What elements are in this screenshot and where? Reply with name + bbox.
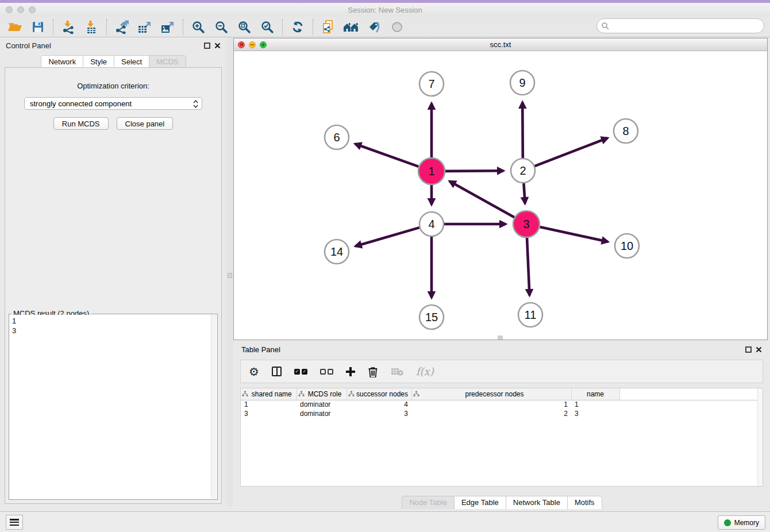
network-view-window: scc.txt 1234678910111415 <box>233 38 768 340</box>
graph-node-9[interactable]: 9 <box>510 71 534 95</box>
tab-network[interactable]: Network <box>41 55 83 68</box>
optimization-criterion-dropdown[interactable]: strongly connected component <box>24 97 202 110</box>
network-canvas[interactable]: 1234678910111415 <box>234 51 767 340</box>
graph-node-4[interactable]: 4 <box>419 212 444 236</box>
graph-edge-1-2[interactable] <box>445 171 503 171</box>
svg-text:11: 11 <box>525 309 537 321</box>
graph-edge-4-14[interactable] <box>356 228 419 246</box>
memory-button[interactable]: Memory <box>718 515 765 530</box>
graph-edge-2-8[interactable] <box>535 138 608 166</box>
import-table-button[interactable] <box>80 18 103 36</box>
table-cell[interactable]: 4 <box>346 400 411 409</box>
network-window-titlebar: scc.txt <box>234 38 767 51</box>
graph-node-3[interactable]: 3 <box>513 211 540 237</box>
graph-node-15[interactable]: 15 <box>419 305 444 329</box>
tab-edge-table[interactable]: Edge Table <box>454 496 506 509</box>
graph-edge-3-11[interactable] <box>527 238 529 295</box>
home-icon <box>342 20 360 34</box>
hide-graphics-button[interactable] <box>363 18 386 36</box>
table-cell[interactable]: 1 <box>241 400 297 409</box>
add-icon[interactable] <box>346 367 355 376</box>
export-network-button[interactable] <box>110 18 133 36</box>
table-cell[interactable]: 3 <box>241 409 297 418</box>
column-header-name[interactable]: name <box>571 388 619 400</box>
vertical-splitter[interactable] <box>226 37 233 506</box>
close-table-panel-icon[interactable] <box>756 346 762 353</box>
export-table-button[interactable] <box>133 18 156 36</box>
table-cell[interactable]: 3 <box>346 409 411 418</box>
tab-motifs[interactable]: Motifs <box>567 496 602 509</box>
gear-icon[interactable]: ⚙ <box>249 366 259 377</box>
columns-icon[interactable] <box>272 367 282 376</box>
show-hide-details-button[interactable] <box>386 18 409 36</box>
graph-node-6[interactable]: 6 <box>325 125 349 149</box>
close-panel-button[interactable]: Close panel <box>117 117 174 130</box>
tab-select[interactable]: Select <box>114 55 149 68</box>
graph-node-2[interactable]: 2 <box>511 159 535 183</box>
column-header-successor-nodes[interactable]: successor nodes <box>346 388 411 400</box>
delete-table-icon[interactable] <box>391 367 403 376</box>
column-header-MCDS-role[interactable]: MCDS role <box>297 388 346 400</box>
graph-node-1[interactable]: 1 <box>418 158 445 184</box>
tab-network-table[interactable]: Network Table <box>506 496 568 509</box>
toolbar-separator <box>183 19 183 35</box>
splitter-handle[interactable] <box>228 273 232 278</box>
tab-mcds[interactable]: MCDS <box>149 55 186 68</box>
table-row[interactable]: 1dominator411 <box>241 400 763 409</box>
toolbar-separator <box>313 19 313 35</box>
table-cell[interactable]: 2 <box>411 409 571 418</box>
graph-node-11[interactable]: 11 <box>518 303 542 327</box>
open-session-button[interactable] <box>3 18 26 36</box>
zoom-in-button[interactable] <box>187 18 210 36</box>
graph-edge-3-1[interactable] <box>449 182 514 218</box>
table-cell[interactable]: 1 <box>411 400 571 409</box>
graph-edge-3-10[interactable] <box>540 227 607 242</box>
hierarchy-icon <box>298 391 305 397</box>
result-scrollbar[interactable] <box>211 315 217 499</box>
graph-node-10[interactable]: 10 <box>615 234 639 258</box>
table-row[interactable]: 3dominator323 <box>241 409 763 418</box>
first-neighbors-button[interactable] <box>340 18 363 36</box>
control-panel-header: Control Panel <box>0 37 226 53</box>
table-scrollbar[interactable] <box>757 388 763 486</box>
import-network-button[interactable] <box>57 18 80 36</box>
hierarchy-icon <box>413 391 419 397</box>
trash-icon[interactable] <box>368 366 378 377</box>
graph-edge-2-3[interactable] <box>523 183 525 203</box>
export-image-button[interactable] <box>156 18 179 36</box>
graph-edge-1-6[interactable] <box>355 144 418 166</box>
copy-network-button[interactable] <box>317 18 340 36</box>
search-input[interactable] <box>596 18 764 33</box>
tab-style[interactable]: Style <box>83 55 114 68</box>
hide-graphics-icon <box>367 20 381 34</box>
run-mcds-button[interactable]: Run MCDS <box>53 117 109 130</box>
column-header-predecessor-nodes[interactable]: predecessor nodes <box>411 388 571 400</box>
zoom-fit-button[interactable] <box>233 18 256 36</box>
table-cell[interactable]: dominator <box>297 400 346 409</box>
zoom-selected-button[interactable] <box>256 18 279 36</box>
network-resize-handle[interactable] <box>498 336 503 340</box>
table-cell[interactable]: dominator <box>297 409 346 418</box>
tab-node-table[interactable]: Node Table <box>402 496 455 509</box>
float-panel-icon[interactable] <box>204 43 210 49</box>
float-table-panel-icon[interactable] <box>745 346 752 353</box>
mcds-result-text[interactable]: 1 3 <box>10 315 211 499</box>
graph-edge-2-9[interactable] <box>522 102 523 158</box>
close-panel-icon[interactable] <box>214 43 221 49</box>
table-cell[interactable]: 1 <box>571 400 619 409</box>
svg-text:10: 10 <box>621 240 633 252</box>
zoom-fit-icon <box>237 20 251 34</box>
graph-node-14[interactable]: 14 <box>325 240 349 264</box>
save-session-icon <box>31 20 45 34</box>
graph-node-7[interactable]: 7 <box>419 72 444 96</box>
table-cell[interactable]: 3 <box>571 409 619 418</box>
task-history-button[interactable] <box>6 515 23 530</box>
save-session-button[interactable] <box>26 18 49 36</box>
graph-node-8[interactable]: 8 <box>614 119 638 143</box>
apply-layout-button[interactable] <box>286 18 309 36</box>
memory-label: Memory <box>734 519 759 527</box>
select-all-icon[interactable]: ✓✓ <box>294 369 307 375</box>
zoom-out-button[interactable] <box>210 18 233 36</box>
column-header-shared-name[interactable]: shared name <box>241 388 297 400</box>
deselect-all-icon[interactable] <box>320 369 333 375</box>
